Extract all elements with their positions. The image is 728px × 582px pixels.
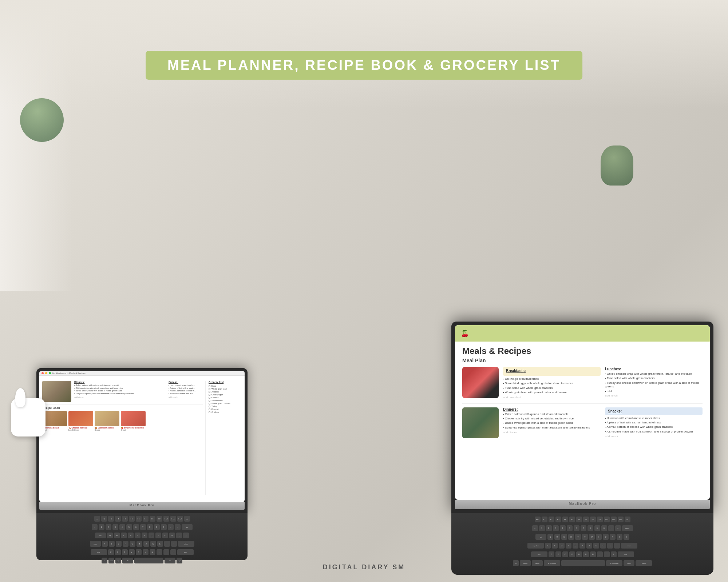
checkbox-5[interactable] (209, 397, 210, 399)
right-key-q[interactable]: Q (547, 534, 553, 540)
key-f10[interactable]: F10 (163, 516, 169, 522)
key-x[interactable]: X (115, 549, 121, 555)
right-key-t[interactable]: T (575, 534, 581, 540)
right-key-9[interactable]: 9 (594, 525, 600, 531)
right-key-g[interactable]: G (573, 543, 578, 549)
right-key-del[interactable]: del (625, 517, 630, 522)
key-h[interactable]: H (136, 541, 142, 547)
add-lunch[interactable]: add lunch (605, 394, 703, 397)
right-key-2[interactable]: 2 (546, 525, 552, 531)
key-f11[interactable]: F11 (170, 516, 176, 522)
right-key-f11[interactable]: F11 (611, 517, 617, 522)
key-s[interactable]: S (109, 541, 115, 547)
key-del[interactable]: ⏏ (184, 516, 190, 522)
key-period[interactable]: . (163, 549, 169, 555)
key-8[interactable]: 8 (147, 524, 153, 530)
recipe-card-3[interactable]: 🍪 Oatmeal Cookies Snack (95, 411, 119, 431)
right-key-k[interactable]: K (593, 543, 599, 549)
right-key-s[interactable]: S (552, 543, 558, 549)
right-key-caps[interactable]: caps lock (527, 543, 544, 549)
key-n[interactable]: N (143, 549, 149, 555)
key-j[interactable]: J (143, 541, 149, 547)
key-f9[interactable]: F9 (157, 516, 162, 522)
right-key-a[interactable]: A (545, 543, 551, 549)
right-key-1[interactable]: 1 (539, 525, 545, 531)
key-7[interactable]: 7 (140, 524, 146, 530)
key-space[interactable] (134, 558, 163, 563)
right-key-esc[interactable]: esc (535, 517, 541, 522)
key-c[interactable]: C (122, 549, 128, 555)
key-rbracket[interactable]: ] (183, 533, 189, 538)
key-l[interactable]: L (157, 541, 163, 547)
right-key-z[interactable]: Z (549, 551, 554, 557)
key-esc[interactable]: esc (94, 516, 100, 522)
key-d[interactable]: D (116, 541, 122, 547)
key-opt-r[interactable]: opt (177, 558, 182, 563)
right-key-f2[interactable]: F2 (549, 517, 554, 522)
right-key-5[interactable]: 5 (567, 525, 573, 531)
right-key-f10[interactable]: F10 (604, 517, 610, 522)
checkbox-8[interactable] (209, 406, 210, 407)
right-key-semi[interactable]: ; (607, 543, 613, 549)
right-key-h[interactable]: H (579, 543, 585, 549)
checkbox-10[interactable] (209, 411, 210, 413)
add-snack-left[interactable]: add snack (169, 396, 203, 398)
key-k[interactable]: K (150, 541, 156, 547)
right-key-f3[interactable]: F3 (555, 517, 561, 522)
right-key-delete[interactable]: delete (622, 525, 633, 531)
right-key-minus[interactable]: - (608, 525, 614, 531)
right-key-return[interactable]: return (621, 543, 637, 549)
key-f3[interactable]: F3 (115, 516, 121, 522)
right-key-tilde[interactable]: ~ (532, 525, 538, 531)
right-key-f4[interactable]: F4 (562, 517, 568, 522)
key-quote[interactable]: ' (171, 541, 177, 547)
key-caps[interactable]: caps (90, 541, 101, 547)
key-f7[interactable]: F7 (143, 516, 149, 522)
right-key-f6[interactable]: F6 (576, 517, 582, 522)
right-key-3[interactable]: 3 (553, 525, 559, 531)
checkbox-1[interactable] (209, 385, 210, 387)
right-key-equals[interactable]: = (615, 525, 621, 531)
right-key-c[interactable]: C (562, 551, 568, 557)
right-key-f1[interactable]: F1 (542, 517, 547, 522)
checkbox-3[interactable] (209, 391, 210, 393)
recipe-card-2[interactable]: 🍗 Chicken Teriyaki Lunch/Dinner (68, 411, 93, 431)
key-m[interactable]: M (150, 549, 155, 555)
key-t[interactable]: T (135, 533, 141, 538)
right-key-w[interactable]: W (554, 534, 560, 540)
right-key-f9[interactable]: F9 (597, 517, 603, 522)
right-key-shift-l[interactable]: shift (531, 551, 547, 557)
right-key-slash[interactable]: / (611, 551, 617, 557)
recipe-card-4[interactable]: 🍓 Strawberry Smoothie Snack (121, 411, 146, 431)
key-w[interactable]: W (114, 533, 120, 538)
add-dinner-right[interactable]: add dinner (503, 431, 601, 434)
key-f1[interactable]: F1 (101, 516, 107, 522)
right-key-opt-r[interactable]: option (624, 560, 634, 566)
key-cmd-l[interactable]: ⌘ (122, 558, 133, 563)
recipe-card-1[interactable]: 🍌 Banana Bread Snack (42, 411, 67, 431)
right-key-i[interactable]: I (596, 534, 602, 540)
key-i[interactable]: I (155, 533, 161, 538)
key-f12[interactable]: F12 (177, 516, 183, 522)
right-key-fn[interactable]: fn (513, 560, 519, 566)
key-v[interactable]: V (129, 549, 135, 555)
right-key-rbracket[interactable]: ] (624, 534, 629, 540)
key-4[interactable]: 4 (119, 524, 125, 530)
right-key-n[interactable]: N (583, 551, 589, 557)
key-lbracket[interactable]: [ (176, 533, 182, 538)
right-key-e[interactable]: E (561, 534, 567, 540)
key-g[interactable]: G (130, 541, 135, 547)
key-cmd-r[interactable]: ⌘ (165, 558, 175, 563)
key-fn[interactable]: fn (102, 558, 107, 563)
key-shift-r[interactable]: shift (177, 549, 194, 555)
right-key-ctrl[interactable]: control (520, 560, 531, 566)
add-snack-right[interactable]: add snack (605, 435, 703, 438)
key-comma[interactable]: , (157, 549, 162, 555)
checkbox-6[interactable] (209, 400, 210, 402)
key-semi[interactable]: ; (164, 541, 170, 547)
right-key-f7[interactable]: F7 (583, 517, 589, 522)
right-key-v[interactable]: V (569, 551, 575, 557)
right-key-x[interactable]: X (555, 551, 561, 557)
right-key-period[interactable]: . (604, 551, 610, 557)
right-key-m[interactable]: M (590, 551, 596, 557)
